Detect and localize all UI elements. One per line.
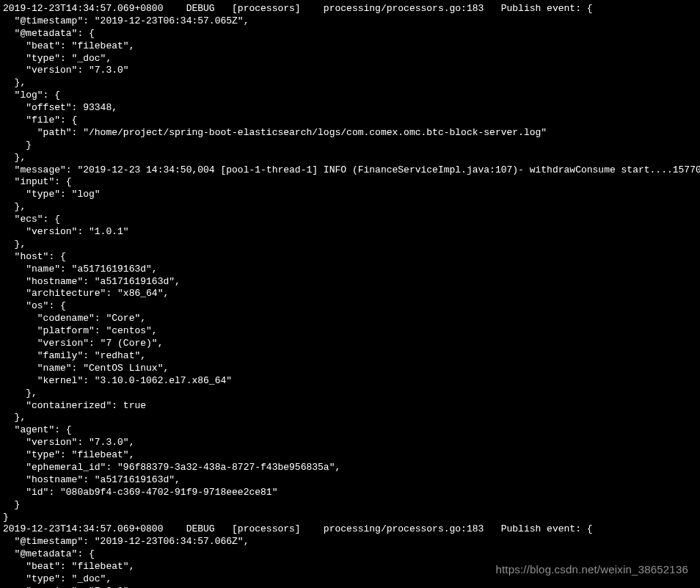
log-line: "agent": {	[3, 424, 72, 435]
log-line: "type": "filebeat",	[3, 449, 134, 460]
log-line: "version": "7.3.0",	[3, 437, 134, 448]
log-line: }	[3, 499, 20, 510]
log-line: "hostname": "a5171619163d",	[3, 276, 181, 287]
log-line: "@timestamp": "2019-12-23T06:34:57.065Z"…	[3, 15, 249, 26]
log-line: },	[3, 77, 26, 88]
log-line: },	[3, 412, 26, 423]
log-line: "@metadata": {	[3, 548, 95, 559]
log-line: "id": "080ab9f4-c369-4702-91f9-9718eee2c…	[3, 487, 277, 498]
log-line: "name": "a5171619163d",	[3, 264, 158, 275]
log-line: "version": "1.0.1"	[3, 226, 129, 237]
log-line: "type": "_doc",	[3, 573, 112, 584]
log-line: "message": "2019-12-23 14:34:50,004 [poo…	[3, 164, 700, 175]
log-line: "file": {	[3, 115, 77, 126]
log-line: "host": {	[3, 251, 66, 262]
log-line: "ephemeral_id": "96f88379-3a32-438a-8727…	[3, 462, 340, 473]
log-line: "version": "7 (Core)",	[3, 338, 163, 349]
log-line: "version": "7.3.0"	[3, 65, 129, 76]
log-line: "beat": "filebeat",	[3, 40, 134, 51]
log-line: "type": "log"	[3, 189, 101, 200]
log-line: "path": "/home/project/spring-boot-elast…	[3, 127, 547, 138]
log-line: }	[3, 139, 32, 150]
log-line: "@metadata": {	[3, 28, 95, 39]
log-line: "family": "redhat",	[3, 350, 146, 361]
log-line: "beat": "filebeat",	[3, 561, 134, 572]
log-line: "architecture": "x86_64",	[3, 288, 169, 299]
log-line: "log": {	[3, 90, 60, 101]
log-line: }	[3, 512, 9, 523]
terminal-output: 2019-12-23T14:34:57.069+0800 DEBUG [proc…	[3, 3, 697, 588]
log-line: "codename": "Core",	[3, 313, 146, 324]
log-line: "kernel": "3.10.0-1062.el7.x86_64"	[3, 375, 232, 386]
log-line: },	[3, 152, 26, 163]
log-line: "type": "_doc",	[3, 53, 112, 64]
log-line: "ecs": {	[3, 214, 60, 225]
log-line: "platform": "centos",	[3, 325, 158, 336]
log-line: },	[3, 201, 26, 212]
log-line: 2019-12-23T14:34:57.069+0800 DEBUG [proc…	[3, 523, 593, 534]
log-line: "@timestamp": "2019-12-23T06:34:57.066Z"…	[3, 536, 249, 547]
log-line: },	[3, 388, 37, 399]
log-line: "containerized": true	[3, 400, 146, 411]
watermark-text: https://blog.csdn.net/weixin_38652136	[495, 562, 688, 577]
log-line: },	[3, 239, 26, 250]
log-line: 2019-12-23T14:34:57.069+0800 DEBUG [proc…	[3, 3, 593, 14]
log-line: "os": {	[3, 300, 66, 311]
log-line: "hostname": "a5171619163d",	[3, 474, 181, 485]
log-line: "input": {	[3, 176, 72, 187]
log-line: "name": "CentOS Linux",	[3, 363, 169, 374]
log-line: "offset": 93348,	[3, 102, 117, 113]
